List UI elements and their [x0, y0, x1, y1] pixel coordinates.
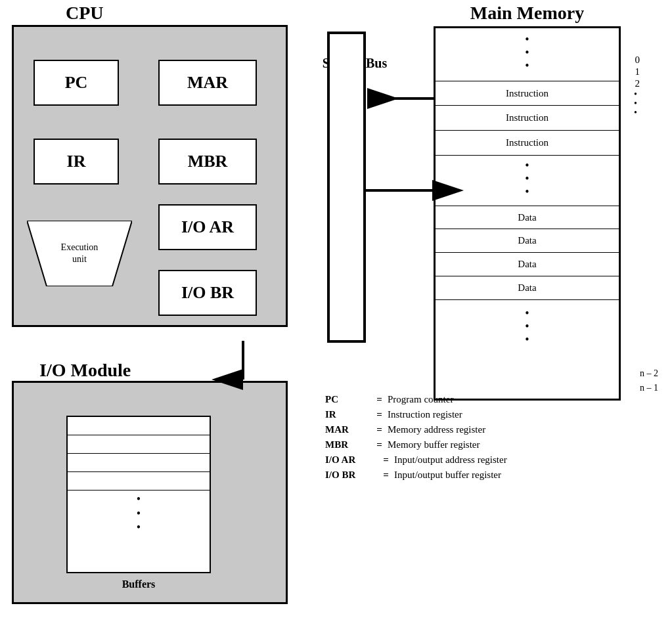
- io-module-title: I/O Module: [39, 360, 131, 381]
- memory-row-data-1: Data: [436, 206, 619, 229]
- buffers-box: ••• Buffers: [66, 416, 211, 573]
- execution-unit: Executionunit: [27, 221, 132, 286]
- buffers-label: Buffers: [68, 578, 210, 590]
- memory-dots-top: •••: [436, 33, 619, 72]
- ir-register: IR: [34, 139, 119, 185]
- legend-row-pc: PC = Program counter: [325, 394, 507, 405]
- execution-unit-label: Executionunit: [61, 242, 99, 265]
- legend-key-mbr: MBR: [325, 439, 371, 450]
- pc-register: PC: [34, 60, 119, 106]
- memory-row-data-2: Data: [436, 229, 619, 253]
- addr-n2: n – 2: [640, 368, 658, 379]
- memory-row-data-4: Data: [436, 276, 619, 300]
- memory-box: ••• Instruction Instruction Instruction …: [434, 26, 621, 401]
- svg-rect-4: [328, 33, 365, 341]
- ioar-register: I/O AR: [158, 204, 257, 250]
- buffer-row-3: [68, 454, 210, 472]
- memory-row-data-3: Data: [436, 253, 619, 276]
- addr-2: 2: [635, 78, 640, 89]
- mbr-register: MBR: [158, 139, 257, 185]
- addr-1: 1: [635, 66, 640, 77]
- cpu-title: CPU: [66, 3, 104, 24]
- memory-dots-bottom: •••: [436, 307, 619, 346]
- legend-row-mbr: MBR = Memory buffer register: [325, 439, 507, 450]
- buffer-row-1: [68, 417, 210, 435]
- legend-key-iobr: I/O BR: [325, 469, 378, 481]
- buffer-row-2: [68, 435, 210, 454]
- mar-register: MAR: [158, 60, 257, 106]
- diagram: CPU PC MAR IR MBR I/O AR I/O BR Executio…: [0, 0, 672, 633]
- memory-row-instruction-1: Instruction: [436, 81, 619, 106]
- legend-row-mar: MAR = Memory address register: [325, 424, 507, 435]
- memory-title: Main Memory: [434, 3, 621, 24]
- legend-key-pc: PC: [325, 394, 371, 405]
- legend-row-ioar: I/O AR = Input/output address register: [325, 454, 507, 466]
- buffer-dots: •••: [68, 492, 210, 535]
- system-bus-label: System Bus: [322, 56, 388, 71]
- legend: PC = Program counter IR = Instruction re…: [325, 394, 507, 485]
- addr-0: 0: [635, 55, 640, 66]
- memory-row-instruction-2: Instruction: [436, 106, 619, 131]
- legend-row-iobr: I/O BR = Input/output buffer register: [325, 469, 507, 481]
- io-module-box: ••• Buffers: [12, 381, 288, 604]
- addr-dots-top: •••: [634, 90, 637, 118]
- memory-row-instruction-3: Instruction: [436, 131, 619, 156]
- addr-n1: n – 1: [640, 383, 658, 393]
- cpu-box: PC MAR IR MBR I/O AR I/O BR Executionuni…: [12, 25, 288, 327]
- memory-dots-mid: •••: [436, 160, 619, 198]
- legend-key-mar: MAR: [325, 424, 371, 435]
- iobr-register: I/O BR: [158, 270, 257, 316]
- buffer-row-4: [68, 472, 210, 491]
- legend-row-ir: IR = Instruction register: [325, 409, 507, 420]
- legend-key-ioar: I/O AR: [325, 454, 378, 466]
- legend-key-ir: IR: [325, 409, 371, 420]
